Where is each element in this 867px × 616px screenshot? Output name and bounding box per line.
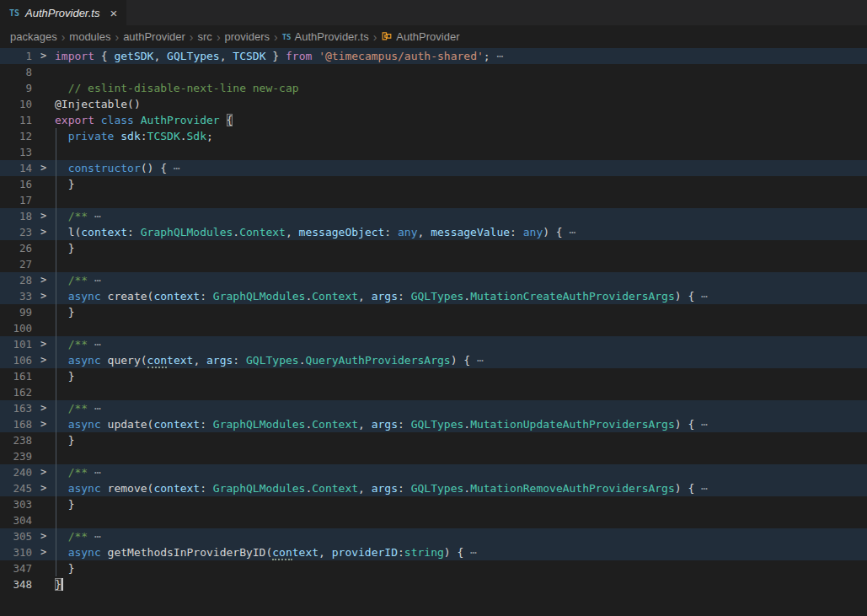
code-line[interactable]: 9// eslint-disable-next-line new-cap [0, 80, 867, 96]
line-number[interactable]: 17 [0, 192, 32, 208]
code-line[interactable]: 106>async query(context, args: GQLTypes.… [0, 352, 867, 368]
fold-chevron-icon[interactable]: > [32, 528, 55, 544]
code-line[interactable]: 33>async create(context: GraphQLModules.… [0, 288, 867, 304]
line-number[interactable]: 348 [0, 576, 32, 592]
fold-chevron-icon[interactable]: > [32, 208, 55, 224]
line-number[interactable]: 310 [0, 544, 32, 560]
fold-chevron-icon[interactable]: > [32, 400, 55, 416]
breadcrumb-item-authprovider[interactable]: authProvider [123, 30, 185, 43]
code-line[interactable]: 168>async update(context: GraphQLModules… [0, 416, 867, 432]
line-number[interactable]: 10 [0, 96, 32, 112]
code-line[interactable]: 12private sdk:TCSDK.Sdk; [0, 128, 867, 144]
code-line[interactable]: 304 [0, 512, 867, 528]
line-number[interactable]: 12 [0, 128, 32, 144]
code-line[interactable]: 305>/** ⋯ [0, 528, 867, 544]
code-line[interactable]: 99} [0, 304, 867, 320]
code-content[interactable]: /** ⋯ [55, 464, 867, 480]
code-content[interactable]: async query(context, args: GQLTypes.Quer… [55, 352, 867, 368]
breadcrumb-item-modules[interactable]: modules [69, 30, 110, 43]
line-number[interactable]: 8 [0, 64, 32, 80]
fold-chevron-icon[interactable]: > [32, 160, 55, 176]
code-content[interactable]: private sdk:TCSDK.Sdk; [55, 128, 867, 144]
code-line[interactable]: 161} [0, 368, 867, 384]
line-number[interactable]: 16 [0, 176, 32, 192]
line-number[interactable]: 245 [0, 480, 32, 496]
code-content[interactable]: /** ⋯ [55, 528, 867, 544]
fold-chevron-icon[interactable]: > [32, 272, 55, 288]
code-content[interactable]: async update(context: GraphQLModules.Con… [55, 416, 867, 432]
fold-chevron-icon[interactable]: > [32, 480, 55, 496]
fold-chevron-icon[interactable]: > [32, 464, 55, 480]
code-content[interactable] [55, 512, 867, 528]
code-content[interactable]: async remove(context: GraphQLModules.Con… [55, 480, 867, 496]
line-number[interactable]: 305 [0, 528, 32, 544]
code-line[interactable]: 101>/** ⋯ [0, 336, 867, 352]
line-number[interactable]: 106 [0, 352, 32, 368]
fold-chevron-icon[interactable]: > [32, 48, 55, 64]
code-content[interactable]: } [55, 576, 867, 592]
line-number[interactable]: 163 [0, 400, 32, 416]
line-number[interactable]: 27 [0, 256, 32, 272]
line-number[interactable]: 33 [0, 288, 32, 304]
code-content[interactable]: } [55, 240, 867, 256]
code-content[interactable]: /** ⋯ [55, 336, 867, 352]
code-line[interactable]: 27 [0, 256, 867, 272]
code-line[interactable]: 1>import { getSDK, GQLTypes, TCSDK } fro… [0, 48, 867, 64]
close-icon[interactable]: × [110, 7, 117, 19]
code-line[interactable]: 28>/** ⋯ [0, 272, 867, 288]
code-line[interactable]: 163>/** ⋯ [0, 400, 867, 416]
line-number[interactable]: 101 [0, 336, 32, 352]
code-content[interactable]: import { getSDK, GQLTypes, TCSDK } from … [55, 48, 867, 64]
code-content[interactable]: } [55, 432, 867, 448]
code-line[interactable]: 13 [0, 144, 867, 160]
code-line[interactable]: 18>/** ⋯ [0, 208, 867, 224]
line-number[interactable]: 14 [0, 160, 32, 176]
line-number[interactable]: 162 [0, 384, 32, 400]
code-content[interactable]: @Injectable() [55, 96, 867, 112]
line-number[interactable]: 238 [0, 432, 32, 448]
code-content[interactable]: l(context: GraphQLModules.Context, messa… [55, 224, 867, 240]
code-line[interactable]: 8 [0, 64, 867, 80]
line-number[interactable]: 26 [0, 240, 32, 256]
code-content[interactable]: /** ⋯ [55, 272, 867, 288]
code-content[interactable] [55, 320, 867, 336]
breadcrumb-item-src[interactable]: src [198, 30, 212, 43]
line-number[interactable]: 303 [0, 496, 32, 512]
code-line[interactable]: 310>async getMethodsInProviderByID(conte… [0, 544, 867, 560]
line-number[interactable]: 28 [0, 272, 32, 288]
code-line[interactable]: 238} [0, 432, 867, 448]
code-line[interactable]: 239 [0, 448, 867, 464]
line-number[interactable]: 99 [0, 304, 32, 320]
line-number[interactable]: 13 [0, 144, 32, 160]
code-content[interactable]: } [55, 560, 867, 576]
code-line[interactable]: 245>async remove(context: GraphQLModules… [0, 480, 867, 496]
code-line[interactable]: 348} [0, 576, 867, 592]
breadcrumb-item-authprovider-ts[interactable]: TSAuthProvider.ts [282, 30, 369, 43]
code-content[interactable]: async create(context: GraphQLModules.Con… [55, 288, 867, 304]
code-content[interactable] [55, 144, 867, 160]
code-content[interactable]: constructor() { ⋯ [55, 160, 867, 176]
code-content[interactable]: export class AuthProvider { [55, 112, 867, 128]
code-content[interactable] [55, 448, 867, 464]
line-number[interactable]: 9 [0, 80, 32, 96]
line-number[interactable]: 11 [0, 112, 32, 128]
code-line[interactable]: 11export class AuthProvider { [0, 112, 867, 128]
code-content[interactable]: } [55, 176, 867, 192]
line-number[interactable]: 168 [0, 416, 32, 432]
code-line[interactable]: 347} [0, 560, 867, 576]
line-number[interactable]: 100 [0, 320, 32, 336]
code-line[interactable]: 14>constructor() { ⋯ [0, 160, 867, 176]
fold-chevron-icon[interactable]: > [32, 544, 55, 560]
code-line[interactable]: 162 [0, 384, 867, 400]
code-line[interactable]: 16} [0, 176, 867, 192]
code-content[interactable]: /** ⋯ [55, 400, 867, 416]
code-line[interactable]: 17 [0, 192, 867, 208]
code-content[interactable] [55, 64, 867, 80]
code-line[interactable]: 26} [0, 240, 867, 256]
code-content[interactable] [55, 256, 867, 272]
line-number[interactable]: 304 [0, 512, 32, 528]
code-line[interactable]: 100 [0, 320, 867, 336]
line-number[interactable]: 1 [0, 48, 32, 64]
code-line[interactable]: 303} [0, 496, 867, 512]
fold-chevron-icon[interactable]: > [32, 352, 55, 368]
